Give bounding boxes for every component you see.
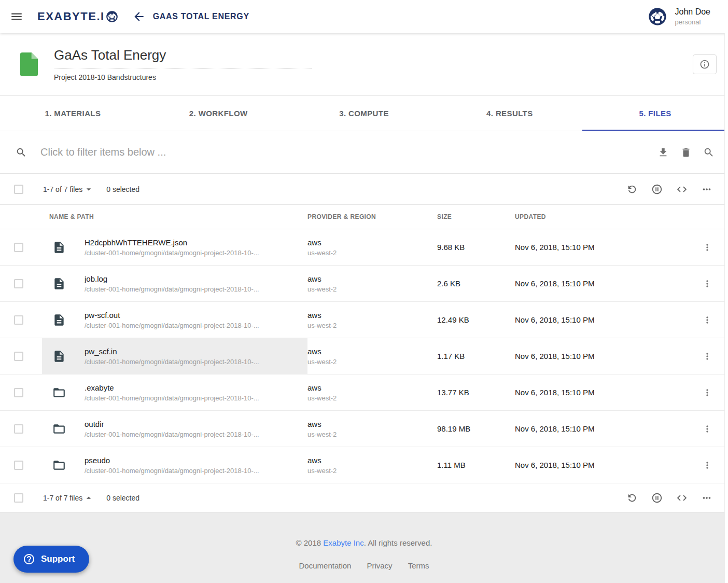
code-view-button[interactable] xyxy=(676,184,688,195)
file-path: /cluster-001-home/gmogni/data/gmogni-pro… xyxy=(85,358,259,366)
row-menu-icon xyxy=(702,424,712,434)
pause-button[interactable] xyxy=(651,184,663,195)
logo[interactable]: EXABYTE.I xyxy=(37,10,119,23)
pause-icon xyxy=(651,184,663,195)
code-view-button-bottom[interactable] xyxy=(676,492,688,504)
row-menu-button[interactable] xyxy=(702,351,712,362)
download-button[interactable] xyxy=(657,147,669,158)
provider: aws xyxy=(307,238,437,247)
more-button-bottom[interactable] xyxy=(701,492,712,504)
row-checkbox[interactable] xyxy=(14,424,23,434)
more-icon xyxy=(701,492,712,504)
row-menu-icon xyxy=(702,242,712,253)
job-file-icon xyxy=(19,52,38,77)
file-path: /cluster-001-home/gmogni/data/gmogni-pro… xyxy=(85,322,259,329)
provider: aws xyxy=(307,347,437,356)
selected-count: 0 selected xyxy=(106,494,139,502)
pause-icon xyxy=(651,492,663,504)
filter-input[interactable] xyxy=(40,146,657,158)
row-menu-button[interactable] xyxy=(702,460,712,470)
row-checkbox[interactable] xyxy=(14,461,23,470)
file-size: 13.77 KB xyxy=(437,388,515,397)
search-icon xyxy=(703,147,715,158)
row-menu-button[interactable] xyxy=(702,387,712,398)
file-updated: Nov 6, 2018, 15:10 PM xyxy=(515,461,687,469)
file-path: /cluster-001-home/gmogni/data/gmogni-pro… xyxy=(85,431,259,438)
user-account: personal xyxy=(675,18,711,26)
code-icon xyxy=(676,184,688,195)
file-name: pw_scf.in xyxy=(85,347,259,356)
footer-link-documentation[interactable]: Documentation xyxy=(299,561,352,570)
logo-text: EXABYTE.I xyxy=(37,10,105,23)
row-menu-button[interactable] xyxy=(702,242,712,253)
page-title: GAAS TOTAL ENERGY xyxy=(153,12,249,21)
column-name-path: NAME & PATH xyxy=(42,213,307,220)
row-menu-button[interactable] xyxy=(702,279,712,289)
tab-compute[interactable]: 3. COMPUTE xyxy=(291,96,437,131)
file-path: /cluster-001-home/gmogni/data/gmogni-pro… xyxy=(85,394,259,402)
support-button[interactable]: Support xyxy=(13,546,89,573)
tab-materials[interactable]: 1. MATERIALS xyxy=(0,96,146,131)
file-size: 98.19 MB xyxy=(437,424,515,433)
table-row[interactable]: job.log /cluster-001-home/gmogni/data/gm… xyxy=(0,266,728,302)
company-link[interactable]: Exabyte Inc xyxy=(323,538,363,547)
file-size: 2.6 KB xyxy=(437,279,515,288)
table-row[interactable]: .exabyte /cluster-001-home/gmogni/data/g… xyxy=(0,374,728,411)
refresh-button[interactable] xyxy=(626,184,638,195)
caret-up-icon xyxy=(83,493,94,503)
select-all-checkbox-bottom[interactable] xyxy=(14,493,23,503)
file-type-icon xyxy=(52,241,66,254)
row-checkbox[interactable] xyxy=(14,279,23,288)
back-button[interactable] xyxy=(132,10,146,23)
table-row[interactable]: H2dcpbhWhTTEHERWE.json /cluster-001-home… xyxy=(0,229,728,266)
footer-link-terms[interactable]: Terms xyxy=(408,561,429,570)
pagination-dropdown-bottom[interactable]: 1-7 of 7 files xyxy=(43,493,94,503)
delete-button[interactable] xyxy=(680,147,692,158)
scrollbar-track[interactable] xyxy=(724,33,728,583)
pagination-label: 1-7 of 7 files xyxy=(43,185,82,193)
file-table-body: H2dcpbhWhTTEHERWE.json /cluster-001-home… xyxy=(0,229,728,483)
row-checkbox[interactable] xyxy=(14,315,23,325)
user-menu[interactable]: John Doe personal xyxy=(647,6,711,27)
menu-button[interactable] xyxy=(9,9,24,24)
row-menu-button[interactable] xyxy=(702,315,712,325)
filter-search-icon xyxy=(16,147,27,158)
pause-button-bottom[interactable] xyxy=(651,492,663,504)
region: us-west-2 xyxy=(307,249,437,257)
file-size: 9.68 KB xyxy=(437,243,515,252)
copyright-prefix: © 2018 xyxy=(296,538,324,547)
menu-icon xyxy=(10,10,23,23)
row-checkbox[interactable] xyxy=(14,388,23,397)
delete-icon xyxy=(680,147,692,158)
row-menu-button[interactable] xyxy=(702,424,712,434)
footer-link-privacy[interactable]: Privacy xyxy=(367,561,392,570)
pagination-dropdown[interactable]: 1-7 of 7 files xyxy=(43,184,94,195)
file-type-icon xyxy=(52,350,66,363)
row-menu-icon xyxy=(702,387,712,398)
row-checkbox[interactable] xyxy=(14,352,23,361)
info-button[interactable] xyxy=(693,54,717,74)
tab-results[interactable]: 4. RESULTS xyxy=(437,96,582,131)
column-provider-region: PROVIDER & REGION xyxy=(307,213,437,220)
refresh-button-bottom[interactable] xyxy=(626,492,638,504)
row-checkbox[interactable] xyxy=(14,243,23,252)
search-button[interactable] xyxy=(703,147,715,158)
info-icon xyxy=(699,59,710,70)
table-row[interactable]: outdir /cluster-001-home/gmogni/data/gmo… xyxy=(0,411,728,447)
file-name: H2dcpbhWhTTEHERWE.json xyxy=(85,238,259,247)
tab-files[interactable]: 5. FILES xyxy=(582,96,728,131)
file-path: /cluster-001-home/gmogni/data/gmogni-pro… xyxy=(85,285,259,293)
avatar-icon xyxy=(647,6,668,27)
tab-workflow[interactable]: 2. WORKFLOW xyxy=(146,96,291,131)
file-updated: Nov 6, 2018, 15:10 PM xyxy=(515,279,687,288)
table-row[interactable]: pw_scf.in /cluster-001-home/gmogni/data/… xyxy=(0,338,728,374)
more-button[interactable] xyxy=(701,184,712,195)
table-row[interactable]: pseudo /cluster-001-home/gmogni/data/gmo… xyxy=(0,447,728,483)
file-updated: Nov 6, 2018, 15:10 PM xyxy=(515,243,687,252)
file-name: job.log xyxy=(85,274,259,283)
select-all-checkbox[interactable] xyxy=(14,185,23,194)
row-menu-icon xyxy=(702,460,712,470)
provider: aws xyxy=(307,311,437,320)
file-type-icon xyxy=(52,313,66,327)
table-row[interactable]: pw-scf.out /cluster-001-home/gmogni/data… xyxy=(0,302,728,338)
